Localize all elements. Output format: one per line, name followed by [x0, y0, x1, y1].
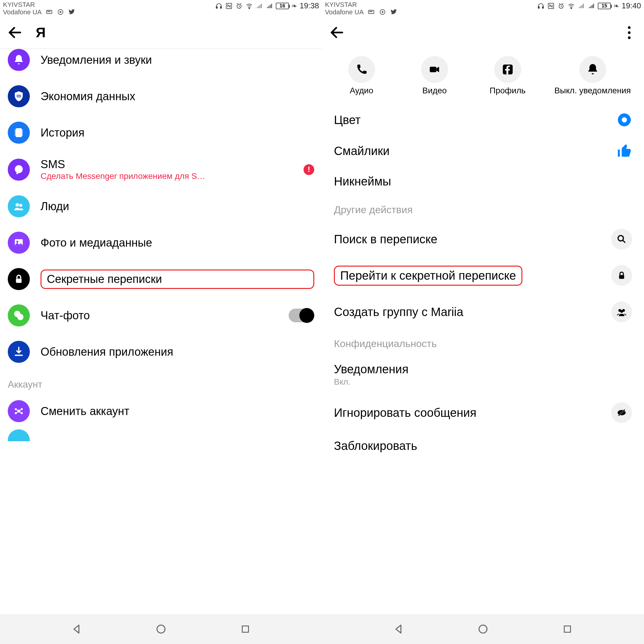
action-label: Аудио [350, 86, 373, 95]
phone-icon [348, 56, 375, 83]
row-notifications[interactable]: Уведомления Вкл. [322, 355, 644, 394]
image-icon [8, 232, 30, 254]
svg-rect-36 [430, 67, 436, 72]
row-chat-photo[interactable]: Чат-фото [0, 297, 322, 334]
row-people[interactable]: Люди [0, 188, 322, 225]
back-button[interactable] [6, 24, 24, 41]
chat-photo-toggle[interactable] [289, 309, 314, 322]
action-profile[interactable]: Профиль [478, 56, 538, 95]
row-app-updates[interactable]: Обновления приложения [0, 334, 322, 370]
chrome-icon [57, 8, 64, 16]
svg-rect-51 [564, 626, 570, 632]
signal-2-icon [266, 2, 273, 10]
nav-recents-button[interactable] [560, 622, 575, 637]
partial-icon [8, 429, 30, 441]
twitter-icon [68, 8, 76, 16]
nav-back-button[interactable] [391, 622, 406, 637]
svg-point-40 [618, 236, 623, 241]
row-label: Уведомления [334, 363, 632, 376]
nfc-icon [547, 2, 555, 10]
row-search[interactable]: Поиск в переписке [322, 221, 644, 257]
twitter-icon [390, 8, 398, 16]
status-bar: KYIVSTAR Vodafone UA 15 [322, 0, 644, 16]
row-label: История [41, 126, 314, 139]
carrier-2: Vodafone UA [3, 9, 42, 16]
row-label: Поиск в переписке [334, 233, 611, 246]
nav-home-button[interactable] [154, 622, 168, 637]
row-go-secret[interactable]: Перейти к секретной переписке [322, 257, 644, 294]
signal-1-icon [578, 2, 585, 10]
action-mute[interactable]: Выкл. уведомления [551, 56, 634, 95]
switch-account-icon [8, 400, 30, 422]
row-label: Экономия данных [41, 90, 314, 103]
row-create-group[interactable]: Создать группу с Mariia [322, 294, 644, 330]
row-nicknames[interactable]: Никнеймы [322, 166, 644, 196]
chrome-icon [379, 8, 386, 16]
svg-point-7 [249, 8, 250, 9]
status-time: 19:40 [622, 1, 641, 10]
svg-point-19 [16, 241, 18, 243]
svg-rect-49 [242, 626, 248, 632]
group-icon [611, 301, 632, 322]
row-emoji[interactable]: Смайлики [322, 135, 644, 166]
search-icon [611, 229, 632, 250]
section-privacy: Конфиденциальность [322, 330, 644, 355]
svg-rect-12 [16, 128, 22, 137]
row-partial[interactable] [0, 429, 322, 448]
action-audio[interactable]: Аудио [332, 56, 391, 95]
svg-point-15 [15, 165, 23, 173]
row-label: Смайлики [334, 144, 617, 158]
nav-home-button[interactable] [476, 622, 490, 637]
app-bar: Я [0, 16, 322, 49]
signal-2-icon [588, 2, 595, 10]
status-time: 19:38 [300, 1, 319, 10]
overflow-menu-button[interactable] [620, 24, 638, 41]
bell-icon [8, 49, 30, 71]
svg-point-2 [60, 11, 61, 13]
bell-icon [579, 56, 606, 83]
lock-icon [611, 265, 632, 286]
row-label: Перейти к секретной переписке [340, 269, 516, 282]
row-color[interactable]: Цвет [322, 104, 644, 135]
row-label: Сменить аккаунт [41, 405, 314, 418]
svg-rect-9 [17, 95, 18, 97]
row-secret-conversations[interactable]: Секретные переписки [0, 261, 322, 297]
shield-icon [8, 85, 30, 107]
action-label: Видео [422, 86, 447, 95]
row-switch-account[interactable]: Сменить аккаунт [0, 393, 322, 429]
back-button[interactable] [328, 24, 346, 41]
svg-rect-31 [538, 7, 539, 8]
nfc-icon [225, 2, 233, 10]
svg-rect-11 [19, 95, 20, 97]
row-story[interactable]: История [0, 114, 322, 151]
row-label: SMS [41, 158, 293, 171]
highlight-secret: Перейти к секретной переписке [334, 266, 522, 286]
screen-chat-details: KYIVSTAR Vodafone UA 15 [322, 0, 644, 614]
row-data-saver[interactable]: Экономия данных [0, 78, 322, 114]
action-video[interactable]: Видео [405, 56, 465, 95]
row-photos[interactable]: Фото и медиаданные [0, 225, 322, 261]
row-subtitle: Вкл. [334, 377, 632, 387]
alert-badge: ! [304, 164, 314, 175]
highlight-secret: Секретные переписки [41, 270, 314, 289]
headphones-icon [537, 2, 545, 10]
nav-recents-button[interactable] [238, 622, 253, 637]
lock-icon [8, 268, 30, 290]
svg-rect-13 [15, 129, 16, 136]
svg-rect-14 [22, 129, 23, 136]
row-label: Чат-фото [41, 309, 278, 322]
wifi-icon [245, 2, 253, 10]
svg-point-50 [479, 625, 487, 633]
headphones-icon [215, 2, 223, 10]
row-ignore[interactable]: Игнорировать сообщения [322, 394, 644, 431]
svg-rect-41 [619, 275, 624, 279]
carrier-1: KYIVSTAR [3, 1, 35, 8]
row-block[interactable]: Заблокировать [322, 431, 644, 461]
row-sms[interactable]: SMS Сделать Messenger приложением для S…… [0, 151, 322, 188]
activity-icon [45, 8, 53, 16]
svg-rect-20 [16, 278, 22, 283]
row-label: Создать группу с Mariia [334, 305, 611, 319]
row-subtitle: Сделать Messenger приложением для S… [41, 171, 293, 181]
nav-back-button[interactable] [69, 622, 84, 637]
row-notifications[interactable]: Уведомления и звуки [0, 49, 322, 78]
